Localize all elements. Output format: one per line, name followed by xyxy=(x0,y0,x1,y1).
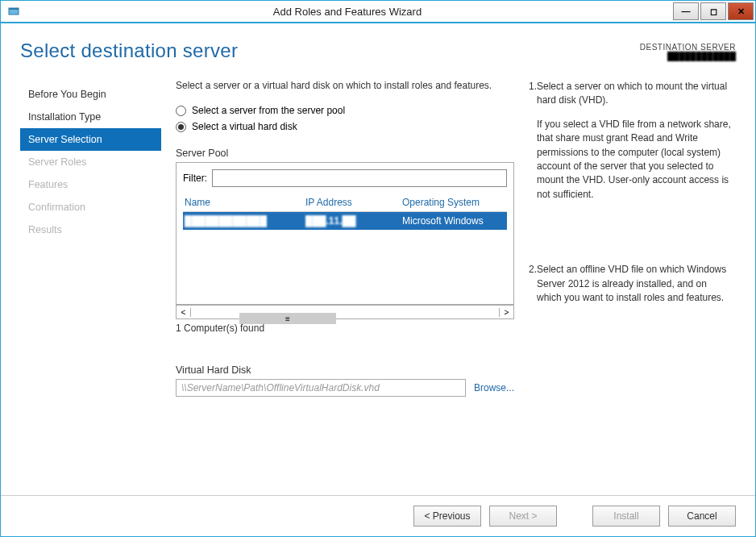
page-title: Select destination server xyxy=(20,40,238,62)
vhd-path-input[interactable]: \\ServerName\Path\OfflineVirtualHardDisk… xyxy=(176,379,466,397)
nav-results: Results xyxy=(20,219,161,241)
computers-found: 1 Computer(s) found xyxy=(176,323,514,334)
nav-installation-type[interactable]: Installation Type xyxy=(20,106,161,128)
help-step-2: 2. Select an offline VHD file on which W… xyxy=(529,263,733,305)
col-ip[interactable]: IP Address xyxy=(305,197,402,208)
instruction-text: Select a server or a virtual hard disk o… xyxy=(176,80,514,91)
wizard-footer: < Previous Next > Install Cancel xyxy=(1,495,755,536)
browse-link[interactable]: Browse... xyxy=(474,382,514,393)
nav-before-you-begin[interactable]: Before You Begin xyxy=(20,83,161,106)
scroll-left-icon[interactable]: < xyxy=(177,308,191,317)
help-step-1: 1. Select a server on which to mount the… xyxy=(529,80,733,202)
destination-server-label: DESTINATION SERVER xyxy=(640,43,736,52)
filter-input[interactable] xyxy=(212,169,507,187)
radio-server-pool-label: Select a server from the server pool xyxy=(192,105,345,116)
server-pool-box: Filter: Name IP Address Operating System… xyxy=(176,162,514,305)
close-button[interactable]: ✕ xyxy=(728,2,754,20)
scroll-right-icon[interactable]: > xyxy=(499,308,513,317)
server-pool-label: Server Pool xyxy=(176,148,514,159)
radio-vhd[interactable]: Select a virtual hard disk xyxy=(176,121,514,132)
wizard-nav: Before You Begin Installation Type Serve… xyxy=(20,80,161,495)
maximize-button[interactable]: ◻ xyxy=(700,2,726,20)
col-name[interactable]: Name xyxy=(185,197,305,208)
help-step-1b-text: If you select a VHD file from a network … xyxy=(537,118,733,202)
window-title: Add Roles and Features Wizard xyxy=(22,6,673,18)
radio-icon xyxy=(176,122,186,132)
previous-button[interactable]: < Previous xyxy=(413,506,481,527)
help-step-1-text: Select a server on which to mount the vi… xyxy=(537,80,733,108)
pool-h-scrollbar[interactable]: < ≡ > xyxy=(176,305,514,319)
radio-icon xyxy=(176,106,186,116)
row-os: Microsoft Windows xyxy=(402,215,505,227)
next-button[interactable]: Next > xyxy=(489,506,557,527)
nav-server-selection[interactable]: Server Selection xyxy=(20,128,161,151)
svg-rect-1 xyxy=(9,8,19,10)
pool-column-headers: Name IP Address Operating System xyxy=(183,194,507,212)
cancel-button[interactable]: Cancel xyxy=(668,506,736,527)
filter-label: Filter: xyxy=(183,173,207,184)
pool-empty-area xyxy=(183,230,507,304)
pool-row-selected[interactable]: ████████████ ███.11.██ Microsoft Windows xyxy=(183,212,507,230)
title-bar: Add Roles and Features Wizard — ◻ ✕ xyxy=(1,1,755,23)
radio-vhd-label: Select a virtual hard disk xyxy=(192,121,297,132)
scroll-thumb[interactable]: ≡ xyxy=(239,313,336,324)
minimize-button[interactable]: — xyxy=(673,2,699,20)
app-icon xyxy=(6,3,22,19)
nav-server-roles: Server Roles xyxy=(20,151,161,173)
destination-server-block: DESTINATION SERVER ████████████ xyxy=(640,43,736,60)
help-step-2-text: Select an offline VHD file on which Wind… xyxy=(537,263,733,305)
install-button[interactable]: Install xyxy=(592,506,660,527)
row-ip: ███.11.██ xyxy=(305,215,402,227)
radio-server-pool[interactable]: Select a server from the server pool xyxy=(176,105,514,116)
col-os[interactable]: Operating System xyxy=(402,197,505,208)
destination-server-value: ████████████ xyxy=(640,52,736,60)
nav-features: Features xyxy=(20,173,161,196)
nav-confirmation: Confirmation xyxy=(20,196,161,219)
row-name: ████████████ xyxy=(185,215,305,227)
vhd-section-label: Virtual Hard Disk xyxy=(176,364,514,376)
